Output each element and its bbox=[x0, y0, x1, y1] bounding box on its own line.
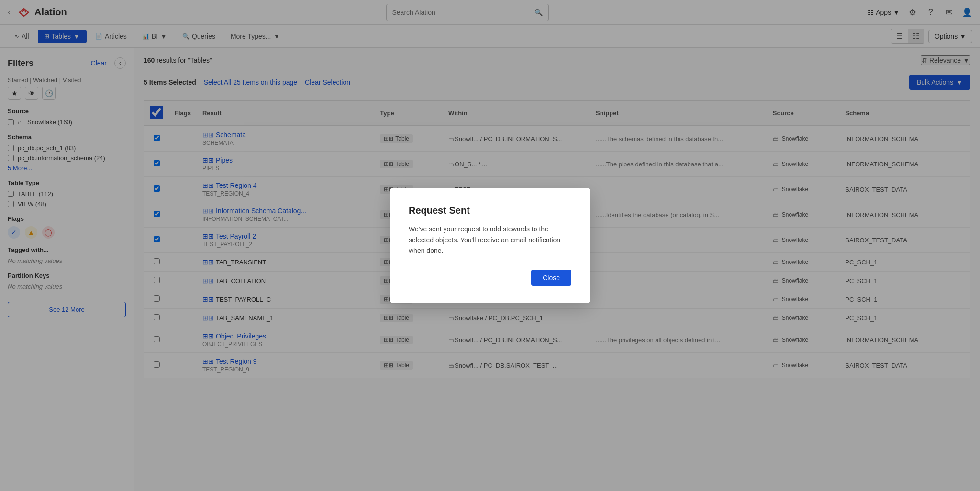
modal-close-button[interactable]: Close bbox=[531, 270, 571, 286]
modal-title: Request Sent bbox=[409, 205, 571, 216]
modal-overlay: Request Sent We've sent your request to … bbox=[0, 0, 980, 491]
modal-footer: Close bbox=[409, 270, 571, 286]
modal-body: We've sent your request to add stewards … bbox=[409, 224, 571, 256]
modal-box: Request Sent We've sent your request to … bbox=[390, 188, 590, 303]
